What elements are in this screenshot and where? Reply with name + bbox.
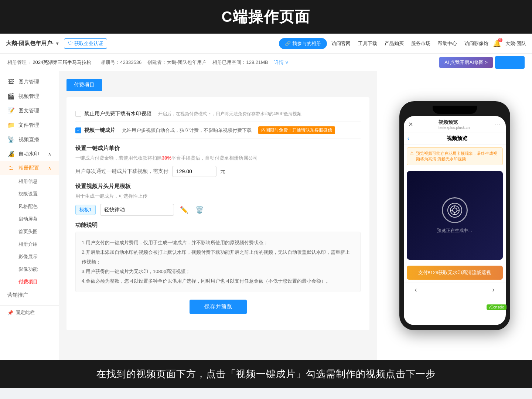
sidebar-sub-startup[interactable]: 启动屏幕	[18, 213, 59, 225]
breadcrumb-bar: 相册管理 › 2024芜湖第三届半马马拉松 相册号：42333536 创建者：大…	[0, 54, 532, 71]
cert-button[interactable]: 🛡 获取企业认证	[64, 38, 107, 49]
price-desc: 一键成片付费金额，若使用代收款将扣除30%平台手续费后，自动付费至相册所属公司	[75, 155, 361, 161]
disable-watermark-checkbox-label[interactable]: 禁止用户免费下载有水印视频	[75, 110, 151, 117]
bottom-text: 在找到的视频页面下方，点击「视频一键成片」勾选需制作的视频点击下一步	[96, 368, 436, 379]
disable-watermark-row: 禁止用户免费下载有水印视频 开启后，在视频付费模式下，用户将无法免费保存带水印的…	[75, 106, 361, 122]
phone-frame: ✕ 视频预览 testexplus.plusk.cn ··· ‹ 视频预览 ⚠ …	[399, 101, 510, 330]
main-card: 禁止用户免费下载有水印视频 开启后，在视频付费模式下，用户将无法免费保存带水印的…	[66, 97, 369, 330]
one-click-label: 视频一键成片	[84, 127, 115, 134]
template-name: 轻快律动	[100, 204, 174, 216]
live-icon: 📡	[7, 136, 15, 143]
notification-bell[interactable]: 🔔 9	[493, 40, 501, 48]
price-unit: 元	[220, 168, 225, 175]
sidebar-sub-album-info[interactable]: 相册信息	[18, 175, 59, 188]
nav-link-tools[interactable]: 工具下载	[358, 40, 377, 47]
sidebar-sub-style[interactable]: 风格配色	[18, 200, 59, 213]
sidebar-item-graphic[interactable]: 📝 图文管理	[0, 103, 59, 118]
func-line-4: 4.金额必须为整数，您可以设置多种单价以供用户选择，同时用户也可以支付任意金额（…	[82, 276, 354, 286]
save-button[interactable]: 保存并预览	[190, 300, 247, 314]
disable-watermark-checkbox[interactable]	[75, 111, 81, 117]
one-click-row: ✓ 视频一键成片 允许用户多视频自动合成，独立计费，不影响单视频付费下载 内测限…	[75, 122, 361, 139]
nav-logo-arrow: ▼	[55, 41, 59, 46]
sidebar: 🖼 图片管理 🎬 视频管理 📝 图文管理 📁 文件管理 📡 视频直播 🔏 自动水…	[0, 71, 59, 360]
generating-text: 预览正在生成中...	[437, 228, 472, 234]
phone-back-icon[interactable]: ‹	[407, 135, 409, 142]
sidebar-sub-image-show[interactable]: 影像展示	[18, 250, 59, 263]
watermark-arrow-icon: ∧	[48, 151, 51, 157]
func-desc-section: 功能说明 1.用户支付的一键成片费用，仅用于生成一键成片，并不影响所使用的原视频…	[75, 222, 361, 292]
graphic-icon: 📝	[7, 107, 15, 114]
sidebar-item-video[interactable]: 🎬 视频管理	[0, 89, 59, 103]
tab-active[interactable]: 付费项目	[66, 79, 102, 91]
phone-video-area: 预览正在生成中...	[407, 171, 503, 260]
picture-icon: 🖼	[7, 79, 15, 85]
content-area: 付费项目 禁止用户免费下载有水印视频 开启后，在视频付费模式下，用户将无法免费保…	[59, 71, 377, 360]
template-row: 模板1 轻快律动 ✏️ 🗑️	[75, 204, 361, 216]
phone-next-icon[interactable]: ›	[492, 286, 495, 294]
nav-link-help[interactable]: 帮助中心	[438, 40, 457, 47]
svg-point-1	[453, 208, 457, 212]
nav-link-official[interactable]: 访问官网	[331, 40, 351, 47]
sidebar-item-watermark[interactable]: 🔏 自动水印 ∧	[0, 147, 59, 161]
phone-close-icon[interactable]: ✕	[408, 121, 413, 128]
func-line-3: 3.用户获得的一键成片为无水印，1080p高清视频；	[82, 267, 354, 276]
phone-pay-button[interactable]: 支付¥129获取无水印高清流畅遮视	[407, 266, 503, 280]
bell-badge: 9	[498, 38, 502, 42]
sidebar-item-picture[interactable]: 🖼 图片管理	[0, 75, 59, 89]
template-desc: 用于生成一键成片，可选择性上传	[75, 193, 361, 200]
price-row: 用户每次通过一键成片下载视频，需支付 元	[75, 166, 361, 177]
one-click-checkbox-label[interactable]: ✓ 视频一键成片	[75, 127, 115, 134]
phone-bottom-nav: ‹ ›	[404, 283, 506, 297]
sidebar-pin[interactable]: 📌 固定此栏	[0, 305, 59, 320]
nav-user: 大鹅-团队	[505, 40, 526, 47]
delete-template-button[interactable]: 🗑️	[194, 204, 205, 215]
sidebar-sub-image-func[interactable]: 影像功能	[18, 263, 59, 276]
price-input[interactable]	[172, 166, 216, 177]
detail-link[interactable]: 详情 ∨	[274, 59, 289, 66]
price-label: 用户每次通过一键成片下载视频，需支付	[75, 168, 168, 175]
nav-links: 访问官网 工具下载 产品购买 服务市场 帮助中心 访问影像馆	[331, 40, 488, 47]
watermark-icon: 🔏	[7, 150, 15, 157]
nav-link-buy[interactable]: 产品购买	[385, 40, 404, 47]
bottom-bar: 在找到的视频页面下方，点击「视频一键成片」勾选需制作的视频点击下一步	[0, 360, 532, 388]
sidebar-item-file[interactable]: 📁 文件管理	[0, 118, 59, 132]
breadcrumb-extra-btn[interactable]	[495, 56, 525, 69]
title-bar: C端操作页面	[0, 0, 532, 34]
disable-watermark-desc: 开启后，在视频付费模式下，用户将无法免费保存带水印的480P低清视频	[158, 111, 301, 117]
edit-template-button[interactable]: ✏️	[178, 204, 190, 215]
sidebar-sub-menu: 相册信息 权限设置 风格配色 启动屏幕 首页头图 相册介绍 影像展示 影像功能 …	[0, 175, 59, 288]
one-click-checkbox[interactable]: ✓	[75, 127, 81, 133]
sidebar-sub-fee[interactable]: 付费项目	[18, 276, 59, 288]
template-tag: 模板1	[75, 205, 96, 215]
phone-video-icon	[442, 197, 468, 223]
vconsole-badge[interactable]: vConsole	[487, 304, 506, 310]
sidebar-item-album-config[interactable]: 🗂 相册配置 ∧	[0, 161, 59, 175]
phone-dots-icon[interactable]: ···	[495, 122, 501, 127]
nav-logo[interactable]: 大鹅-团队包年用户· ▼	[6, 40, 59, 47]
price-section-title: 设置一键成片单价	[75, 145, 361, 152]
album-no-label: 相册号：42333536	[101, 59, 141, 66]
sidebar-marketing[interactable]: 营销推广	[0, 288, 59, 301]
func-line-2: 2.开启后未添加自动水印的视频会被打上默认水印，视频付费下载功能开启之前上传的视…	[82, 248, 354, 267]
sidebar-sub-home-img[interactable]: 首页头图	[18, 225, 59, 238]
sidebar-sub-permission[interactable]: 权限设置	[18, 188, 59, 200]
breadcrumb-album-mgmt[interactable]: 相册管理	[7, 59, 27, 66]
phone-page-title: 视频预览	[439, 119, 470, 126]
phone-url: testexplus.plusk.cn	[439, 126, 470, 130]
album-config-icon: 🗂	[7, 165, 15, 171]
sidebar-sub-album-intro[interactable]: 相册介绍	[18, 238, 59, 250]
nav-link-gallery[interactable]: 访问影像馆	[464, 40, 488, 47]
phone-prev-icon[interactable]: ‹	[415, 286, 417, 294]
phone-mockup-area: ✕ 视频预览 testexplus.plusk.cn ··· ‹ 视频预览 ⚠ …	[377, 71, 532, 360]
disable-watermark-label: 禁止用户免费下载有水印视频	[84, 110, 151, 117]
ai-button[interactable]: Ai 点我开启AI修图 >	[439, 57, 493, 68]
template-section: 设置视频片头片尾模板 用于生成一键成片，可选择性上传 模板1 轻快律动 ✏️ 🗑…	[75, 183, 361, 216]
phone-nav: ‹ 视频预览	[404, 133, 506, 144]
phone-notch	[433, 106, 477, 114]
sidebar-item-live[interactable]: 📡 视频直播	[0, 132, 59, 147]
phone-nav-title: 视频预览	[412, 135, 502, 142]
nav-link-service[interactable]: 服务市场	[411, 40, 430, 47]
participate-button[interactable]: 🔗 我参与的相册	[279, 38, 327, 49]
func-desc-content: 1.用户支付的一键成片费用，仅用于生成一键成片，并不影响所使用的原视频付费状态；…	[75, 232, 361, 292]
template-section-title: 设置视频片头片尾模板	[75, 183, 361, 190]
